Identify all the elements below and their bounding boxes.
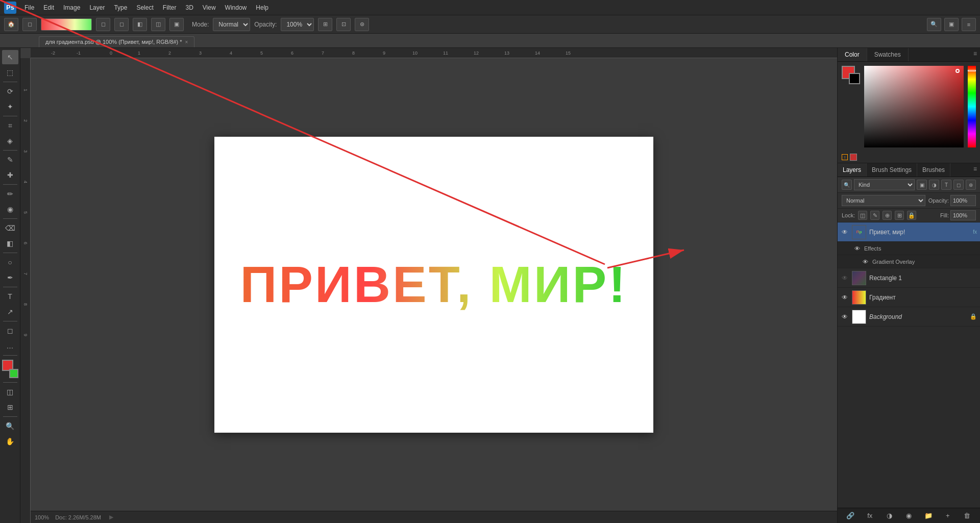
layer-fx-privet[interactable]: fx — [973, 229, 977, 235]
gradient-tool[interactable]: ◧ — [2, 236, 18, 251]
color-gradient-picker[interactable] — [864, 66, 964, 147]
gradient-overlay-item[interactable]: 👁 Gradient Overlay — [838, 255, 980, 268]
brushes-tab[interactable]: Brushes — [917, 163, 950, 177]
pen-tool[interactable]: ✒ — [2, 270, 18, 285]
menu-window[interactable]: Window — [221, 2, 251, 13]
layer-item-rectangle[interactable]: 👁 Rectangle 1 — [838, 268, 980, 288]
hand-tool[interactable]: ✋ — [2, 434, 18, 449]
document-tab[interactable]: для градиента.psd @ 100% (Привет, мир!, … — [39, 36, 194, 47]
status-arrow[interactable]: ▶ — [109, 514, 113, 520]
menu-filter[interactable]: Filter — [159, 2, 181, 13]
gradient-picker[interactable] — [41, 18, 92, 31]
shape-tool[interactable]: ◻ — [2, 323, 18, 338]
swatches-tab[interactable]: Swatches — [867, 48, 909, 61]
menu-image[interactable]: Image — [59, 2, 84, 13]
menu-help[interactable]: Help — [252, 2, 273, 13]
tool-opt-3[interactable]: ◧ — [133, 18, 147, 31]
type-tool[interactable]: T — [2, 289, 18, 304]
tool-opt-2[interactable]: ◻ — [114, 18, 129, 31]
more-tools[interactable]: … — [2, 339, 18, 353]
fill-input[interactable] — [950, 210, 976, 220]
filter-search-icon[interactable]: 🔍 — [842, 180, 852, 190]
brush-settings-tab[interactable]: Brush Settings — [867, 163, 917, 177]
layer-item-privet[interactable]: 👁 Пр Привет, мир! fx — [838, 222, 980, 242]
path-select-tool[interactable]: ↗ — [2, 305, 18, 319]
lock-all-icon[interactable]: 🔒 — [907, 211, 916, 220]
background-color-swatch[interactable] — [849, 73, 860, 84]
layer-delete-button[interactable]: 🗑 — [962, 510, 973, 521]
lock-pixels-icon[interactable]: ✎ — [870, 211, 879, 220]
tool-opt-1[interactable]: ◻ — [96, 18, 110, 31]
eraser-tool[interactable]: ⌫ — [2, 221, 18, 235]
magic-wand-tool[interactable]: ✦ — [2, 99, 18, 114]
layer-style-button[interactable]: fx — [864, 510, 875, 521]
lasso-tool[interactable]: ⟳ — [2, 84, 18, 98]
layer-visibility-background[interactable]: 👁 — [841, 313, 849, 321]
selection-tool[interactable]: ⬚ — [2, 65, 18, 80]
dodge-tool[interactable]: ○ — [2, 255, 18, 269]
layer-visibility-privet[interactable]: 👁 — [841, 228, 849, 236]
tab-close-button[interactable]: × — [185, 39, 188, 45]
effects-group-header[interactable]: 👁 Effects — [838, 242, 980, 255]
filter-smart-icon[interactable]: ⊛ — [966, 180, 976, 190]
frame-tool[interactable]: ⊞ — [2, 400, 18, 414]
warp-button[interactable]: ⊛ — [355, 18, 369, 31]
home-button[interactable]: 🏠 — [4, 18, 18, 31]
search-button[interactable]: 🔍 — [927, 18, 941, 31]
filter-kind-select[interactable]: Kind — [854, 179, 915, 190]
eyedropper-tool[interactable]: ✎ — [2, 153, 18, 167]
lock-transparent-icon[interactable]: ◫ — [858, 211, 867, 220]
filter-shape-icon[interactable]: ◻ — [953, 180, 964, 190]
filter-pixel-icon[interactable]: ▣ — [917, 180, 927, 190]
tool-opt-4[interactable]: ◫ — [151, 18, 165, 31]
color-tab[interactable]: Color — [838, 48, 867, 61]
tool-options-shape[interactable]: ◻ — [22, 18, 37, 31]
crop-tool[interactable]: ⌗ — [2, 118, 18, 133]
hue-slider[interactable] — [968, 66, 976, 147]
color-swatches[interactable] — [1, 360, 19, 378]
layer-adjustment-button[interactable]: ◉ — [903, 510, 914, 521]
layer-link-button[interactable]: 🔗 — [845, 510, 856, 521]
arrange-button[interactable]: ≡ — [962, 18, 976, 31]
blend-mode-select[interactable]: Normal — [842, 195, 925, 206]
workspace-button[interactable]: ▣ — [944, 18, 959, 31]
heal-tool[interactable]: ✚ — [2, 168, 18, 182]
layer-item-gradient[interactable]: 👁 Градиент — [838, 288, 980, 307]
mode-select[interactable]: Normal — [213, 18, 250, 31]
menu-file[interactable]: File — [20, 2, 38, 13]
lock-position-icon[interactable]: ⊕ — [883, 211, 892, 220]
layer-group-button[interactable]: 📁 — [923, 510, 934, 521]
menu-3d[interactable]: 3D — [181, 2, 197, 13]
align-button[interactable]: ⊞ — [318, 18, 332, 31]
layer-visibility-rectangle[interactable]: 👁 — [841, 274, 849, 282]
quick-mask-tool[interactable]: ◫ — [2, 385, 18, 399]
menu-edit[interactable]: Edit — [39, 2, 58, 13]
layer-visibility-gradient[interactable]: 👁 — [841, 293, 849, 302]
stamp-tool[interactable]: ◉ — [2, 202, 18, 216]
layer-item-background[interactable]: 👁 Background 🔒 — [838, 307, 980, 327]
gradient-overlay-visibility[interactable]: 👁 — [861, 258, 869, 266]
layer-mask-button[interactable]: ◑ — [884, 510, 895, 521]
color-panel-menu[interactable]: ≡ — [970, 48, 980, 61]
menu-layer[interactable]: Layer — [85, 2, 109, 13]
effects-visibility[interactable]: 👁 — [853, 244, 861, 253]
lock-artboard-icon[interactable]: ⊞ — [895, 211, 904, 220]
filter-type-icon[interactable]: T — [941, 180, 951, 190]
filter-adjust-icon[interactable]: ◑ — [929, 180, 939, 190]
transform-button[interactable]: ⊡ — [336, 18, 351, 31]
menu-type[interactable]: Type — [110, 2, 131, 13]
move-tool[interactable]: ↖ — [2, 50, 18, 64]
opacity-input[interactable] — [950, 195, 976, 206]
background-color[interactable] — [9, 369, 18, 378]
layers-tab[interactable]: Layers — [838, 163, 867, 177]
opacity-select[interactable]: 100% — [281, 18, 314, 31]
menu-view[interactable]: View — [199, 2, 220, 13]
gamut-warning-icon[interactable]: ! — [842, 154, 848, 160]
layer-new-button[interactable]: + — [942, 510, 953, 521]
gamut-color-swatch[interactable] — [850, 154, 857, 161]
slice-tool[interactable]: ◈ — [2, 134, 18, 148]
layers-panel-menu[interactable]: ≡ — [970, 163, 980, 177]
color-fg-bg[interactable] — [842, 66, 860, 84]
zoom-tool[interactable]: 🔍 — [2, 419, 18, 433]
menu-select[interactable]: Select — [132, 2, 157, 13]
